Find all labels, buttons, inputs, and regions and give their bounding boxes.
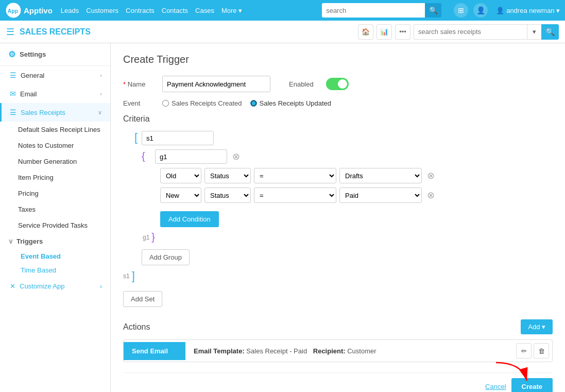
sidebar-sub-default-lines[interactable]: Default Sales Receipt Lines [0,122,110,138]
nav-more[interactable]: More ▾ [221,7,242,14]
s1-bracket-close: ] [132,269,135,283]
nav-cases[interactable]: Cases [195,7,214,14]
nav-search-input[interactable] [322,3,425,18]
add-condition-btn[interactable]: Add Condition [160,211,219,227]
criteria-inner: { ⊗ Old New [138,131,553,269]
create-btn[interactable]: Create [511,378,553,392]
sidebar-item-general[interactable]: ☰ General › [0,66,110,84]
more-btn[interactable]: ••• [395,24,410,40]
sub-header-actions: 🏠 📊 ••• ▾ 🔍 [358,24,559,40]
sidebar-item-email[interactable]: ✉ Email › [0,84,110,103]
nav-icon-grid[interactable]: ⊞ [454,3,468,18]
cancel-btn[interactable]: Cancel [485,383,506,390]
add-set-btn[interactable]: Add Set [123,291,162,307]
page-title: SALES RECEIPTS [20,27,91,37]
sidebar-customize-app[interactable]: ✕ Customize App › [0,277,110,295]
action-details: Email Template: Sales Receipt - Paid Rec… [185,342,513,360]
sidebar-settings-label: Settings [20,50,46,58]
s1-close-label: s1 [123,272,130,280]
required-star: * [123,80,126,88]
name-input[interactable] [162,76,270,92]
g1-block: { ⊗ Old New [142,149,553,231]
app-logo[interactable]: App Apptivo [5,2,53,19]
general-icon: ☰ [10,71,16,79]
sidebar-event-based[interactable]: Event Based [0,249,110,263]
condition1-field[interactable]: Status [204,168,251,183]
condition1-field-type[interactable]: Old New [160,168,201,183]
event-updated-option[interactable]: Sales Receipts Updated [250,99,331,107]
action-type-label: Send Email [124,342,185,360]
name-label: * Name [123,80,154,88]
nav-search-btn[interactable]: 🔍 [425,3,441,18]
action-delete-btn[interactable]: 🗑 [534,343,549,359]
nav-leads[interactable]: Leads [61,7,79,14]
condition2-remove-btn[interactable]: ⊗ [425,190,436,201]
criteria-s1-block: [ { ⊗ [123,131,553,269]
g1-brace-open: { [142,150,145,162]
g1-remove-btn[interactable]: ⊗ [230,151,242,162]
action-arrow-container: Send Email Email Template: Sales Receipt… [123,339,553,362]
condition1-operator[interactable]: = [254,168,336,183]
s1-input-row [142,131,553,145]
sub-header-icon: ☰ [6,26,14,38]
actions-title: Actions [123,322,150,332]
condition-row-1: Old New Status = Drafts [160,168,553,183]
enabled-toggle[interactable] [326,78,349,90]
name-row: * Name Enabled [123,76,553,92]
condition2-field-type[interactable]: Old New [160,188,201,203]
sidebar-sub-notes[interactable]: Notes to Customer [0,138,110,154]
sidebar-label-general: General [21,72,44,79]
sales-receipts-icon: ☰ [10,108,16,116]
action-row-send-email: Send Email Email Template: Sales Receipt… [123,339,553,362]
condition2-operator[interactable]: = [254,188,336,203]
actions-header: Actions Add ▾ [123,319,553,334]
condition2-field[interactable]: Status [204,188,251,203]
g1-brace-close: } [151,231,155,243]
chevron-customize: › [100,282,102,290]
customize-icon: ✕ [10,282,15,290]
g1-input[interactable] [155,149,227,164]
sidebar-customize-label: Customize App [20,282,64,290]
email-template-value: Sales Receipt - Paid [246,347,307,355]
sidebar-item-sales-receipts[interactable]: ☰ Sales Receipts ∨ [0,103,110,122]
condition2-value[interactable]: Paid [339,188,422,203]
top-nav: App Apptivo Leads Customers Contracts Co… [0,0,565,21]
nav-customers[interactable]: Customers [86,7,118,14]
create-trigger-title: Create Trigger [123,54,553,65]
nav-icon-user[interactable]: 👤 [473,3,488,18]
sidebar-sub-number-gen[interactable]: Number Generation [0,154,110,169]
event-updated-radio[interactable] [250,100,257,107]
condition1-remove-btn[interactable]: ⊗ [425,170,436,181]
sidebar-triggers-section[interactable]: ∨ Triggers [0,233,110,249]
search-submit-btn[interactable]: 🔍 [541,24,559,40]
condition1-value[interactable]: Drafts [339,168,422,183]
search-sales-receipts-input[interactable] [414,24,527,40]
event-row: Event Sales Receipts Created Sales Recei… [123,99,553,107]
nav-user[interactable]: 👤 andrea newman ▾ [496,7,560,14]
recipient-value: Customer [347,347,376,355]
sidebar-sub-pricing[interactable]: Pricing [0,185,110,201]
search-dropdown-btn[interactable]: ▾ [527,24,541,40]
chevron-general: › [100,72,102,78]
nav-icons: ⊞ 👤 [454,3,488,18]
event-created-radio[interactable] [162,100,169,107]
condition-row-2: Old New Status = Paid [160,188,553,203]
sidebar-sub-item-pricing[interactable]: Item Pricing [0,169,110,185]
nav-contacts[interactable]: Contacts [162,7,188,14]
chevron-sales-receipts: ∨ [98,109,102,116]
action-btns: ✏ 🗑 [513,340,552,362]
add-action-btn[interactable]: Add ▾ [521,319,553,334]
main-content: Create Trigger * Name Enabled Event Sale… [111,43,565,392]
nav-contracts[interactable]: Contracts [126,7,155,14]
sidebar-time-based[interactable]: Time Based [0,263,110,277]
sidebar-sub-taxes[interactable]: Taxes [0,201,110,217]
gear-icon: ⚙ [8,49,15,59]
add-group-btn[interactable]: Add Group [142,249,190,265]
home-btn[interactable]: 🏠 [358,24,373,40]
event-created-option[interactable]: Sales Receipts Created [162,99,242,107]
s1-input[interactable] [142,131,214,145]
chart-btn[interactable]: 📊 [376,24,392,40]
sidebar-sub-service-tasks[interactable]: Service Provided Tasks [0,217,110,233]
nav-search: 🔍 [322,3,441,18]
action-edit-btn[interactable]: ✏ [516,343,532,359]
